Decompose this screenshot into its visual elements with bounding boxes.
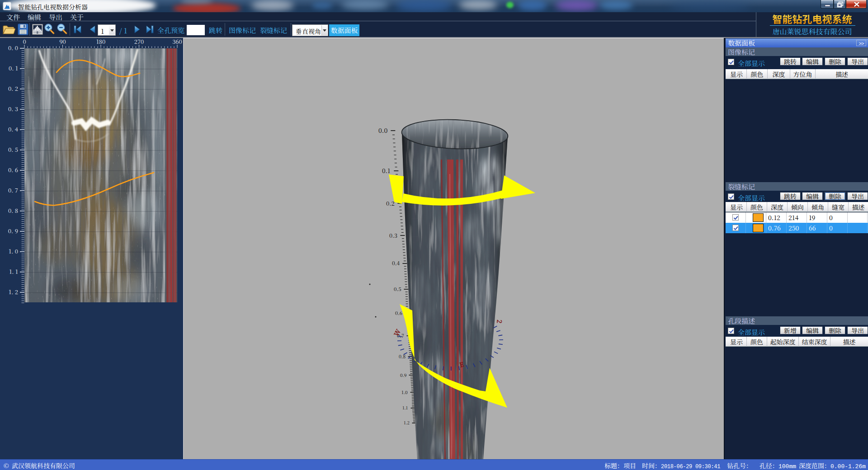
svg-text:0. 6: 0. 6 xyxy=(8,165,18,174)
svg-text:0. 4: 0. 4 xyxy=(8,125,18,133)
svg-text:0. 7: 0. 7 xyxy=(8,186,18,194)
svg-text:90: 90 xyxy=(59,38,66,46)
svg-text:0.4: 0.4 xyxy=(392,259,400,267)
svg-text:0.5: 0.5 xyxy=(394,285,401,292)
svg-text:0. 1: 0. 1 xyxy=(9,64,18,72)
svg-text:1. 1: 1. 1 xyxy=(9,267,18,276)
svg-text:0. 0: 0. 0 xyxy=(8,43,18,52)
svg-text:1. 2: 1. 2 xyxy=(9,287,18,296)
svg-text:1. 0: 1. 0 xyxy=(9,247,18,255)
svg-text:0.3: 0.3 xyxy=(389,231,397,240)
svg-text:0.0: 0.0 xyxy=(378,126,387,135)
svg-text:270: 270 xyxy=(134,38,144,46)
svg-text:1.2: 1.2 xyxy=(404,419,410,426)
svg-text:1.1: 1.1 xyxy=(402,404,408,411)
svg-text:0.9: 0.9 xyxy=(400,371,407,378)
svg-text:0. 9: 0. 9 xyxy=(8,226,18,235)
svg-text:0. 8: 0. 8 xyxy=(8,206,18,215)
svg-text:180: 180 xyxy=(96,38,106,46)
svg-text:0.6: 0.6 xyxy=(395,309,402,316)
svg-text:0. 3: 0. 3 xyxy=(8,104,18,113)
svg-text:0. 2: 0. 2 xyxy=(8,84,18,93)
svg-text:1.0: 1.0 xyxy=(401,389,408,395)
svg-text:0: 0 xyxy=(23,38,26,46)
svg-text:360: 360 xyxy=(172,38,182,46)
svg-text:2: 2 xyxy=(495,320,505,324)
svg-text:0.2: 0.2 xyxy=(386,199,395,207)
svg-text:0.1: 0.1 xyxy=(382,166,390,175)
svg-text:0. 5: 0. 5 xyxy=(8,145,18,154)
